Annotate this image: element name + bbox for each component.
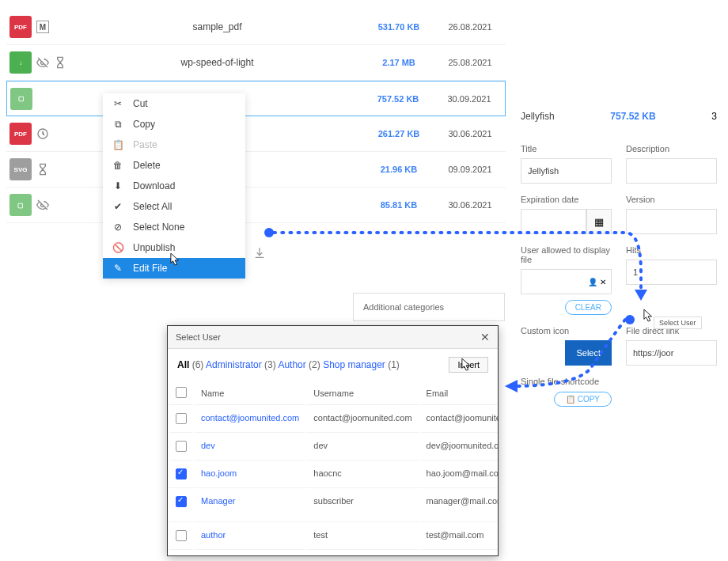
row-checkbox[interactable] <box>176 413 187 424</box>
file-size: 261.27 KB <box>363 129 434 138</box>
col-name: Name <box>195 382 305 405</box>
hits-label: Hits <box>626 245 717 255</box>
select-all-checkbox[interactable] <box>176 387 187 398</box>
file-list-panel: PDF M sample_pdf 531.70 KB 26.08.2021 ↓ … <box>6 9 506 223</box>
select-user-tooltip: Select User <box>654 317 702 329</box>
user-row[interactable]: tristan.hervouet tristan.hervouet trista… <box>169 552 498 555</box>
file-size: 85.81 KB <box>363 200 434 210</box>
user-username: tristan.hervouet <box>307 552 418 555</box>
user-name[interactable]: hao.joom <box>195 462 305 488</box>
hourglass-icon <box>36 163 49 176</box>
unpublish-icon: 🚫 <box>112 242 123 253</box>
user-row[interactable]: author test test@mail.com Author <box>169 524 498 550</box>
ctx-select-none[interactable]: ⊘Select None <box>103 217 245 237</box>
user-remove-icon[interactable]: 👤 ✕ <box>588 278 606 286</box>
file-row[interactable]: SVG le 21.96 KB 09.09.2021 <box>6 152 506 188</box>
user-username: dev <box>307 434 418 461</box>
version-label: Version <box>626 195 717 204</box>
title-input[interactable] <box>521 158 612 184</box>
filter-all[interactable]: All <box>177 359 189 370</box>
file-row[interactable]: ▢ 85.81 KB 30.06.2021 <box>6 188 506 223</box>
file-row[interactable]: PDF 11 261.27 KB 30.06.2021 <box>6 116 506 152</box>
user-name[interactable]: contact@joomunited.com <box>195 407 305 433</box>
ctx-download[interactable]: ⬇Download <box>103 176 245 196</box>
pdf-icon: PDF <box>9 16 32 38</box>
pdf-icon: PDF <box>9 123 32 145</box>
filter-shop-manager[interactable]: Shop manager <box>323 359 385 370</box>
cursor-icon <box>461 358 472 372</box>
row-checkbox[interactable] <box>176 496 187 507</box>
paste-icon: 📋 <box>112 139 123 150</box>
download-icon <box>253 245 266 261</box>
file-name: sample_pdf <box>71 21 363 32</box>
col-username: Username <box>307 382 418 405</box>
cut-icon: ✂ <box>112 98 123 109</box>
file-row[interactable]: ↓ wp-speed-of-light 2.17 MB 25.08.2021 <box>6 45 506 81</box>
hits-input[interactable] <box>626 260 717 285</box>
filter-admin[interactable]: Administrator <box>206 359 262 370</box>
ctx-cut[interactable]: ✂Cut <box>103 93 245 114</box>
row-checkbox[interactable] <box>176 468 187 480</box>
close-icon[interactable]: ✕ <box>480 331 490 343</box>
user-name[interactable]: author <box>195 524 305 550</box>
file-date: 26.08.2021 <box>434 22 506 32</box>
select-all-icon: ✔ <box>112 201 123 212</box>
user-allowed-label: User allowed to display file <box>521 245 612 264</box>
jpg-icon: ▢ <box>9 194 32 216</box>
file-date: 30.06.2021 <box>434 129 506 138</box>
user-name[interactable]: Manager <box>195 490 305 522</box>
user-table: Name Username Email Role contact@joomuni… <box>168 381 498 555</box>
file-name: wp-speed-of-light <box>71 57 363 68</box>
user-email: tristan.hervouet@joomunited.com <box>420 552 498 555</box>
user-row[interactable]: Manager subscriber manager@mail.com Shop… <box>169 490 498 522</box>
direct-link-input[interactable] <box>626 340 717 366</box>
detail-name: Jellyfish <box>521 111 555 122</box>
user-row[interactable]: dev dev dev@joomunited.com Administrator <box>169 434 498 461</box>
ctx-delete[interactable]: 🗑Delete <box>103 155 245 176</box>
clock-icon <box>36 127 49 140</box>
description-input[interactable] <box>626 158 717 184</box>
copy-icon: ⧉ <box>112 119 123 130</box>
additional-categories-input[interactable]: Additional categories <box>353 293 505 321</box>
cursor-icon <box>170 252 181 267</box>
delete-icon: 🗑 <box>112 160 123 171</box>
expiration-input[interactable] <box>521 209 586 234</box>
copy-button[interactable]: 📋 COPY <box>554 392 612 407</box>
calendar-button[interactable]: ▦ <box>586 209 612 234</box>
select-button[interactable]: Select <box>565 340 612 366</box>
user-email: manager@mail.com <box>420 490 498 522</box>
file-row-selected[interactable]: ▢ 757.52 KB 30.09.2021 <box>6 81 506 116</box>
select-none-icon: ⊘ <box>112 222 123 233</box>
ctx-copy[interactable]: ⧉Copy <box>103 114 245 135</box>
row-checkbox[interactable] <box>176 530 187 541</box>
ctx-select-all[interactable]: ✔Select All <box>103 196 245 217</box>
user-name[interactable]: dev <box>195 434 305 461</box>
clear-button[interactable]: CLEAR <box>565 300 612 315</box>
user-row[interactable]: hao.joom haocnc hao.joom@mail.com Author <box>169 462 498 488</box>
file-date: 30.09.2021 <box>434 94 505 104</box>
custom-icon-label: Custom icon <box>521 326 612 335</box>
row-checkbox[interactable] <box>176 441 187 452</box>
user-username: haocnc <box>307 462 418 488</box>
expiration-label: Expiration date <box>521 195 612 204</box>
file-size: 2.17 MB <box>363 58 434 67</box>
m-badge-icon: M <box>36 21 49 33</box>
file-detail-panel: Jellyfish 757.52 KB 3 Title Description … <box>511 101 726 427</box>
file-row[interactable]: PDF M sample_pdf 531.70 KB 26.08.2021 <box>6 9 506 45</box>
file-size: 21.96 KB <box>363 165 434 174</box>
jpg-icon: ▢ <box>10 88 32 110</box>
title-label: Title <box>521 144 612 154</box>
user-email: hao.joom@mail.com <box>420 462 498 488</box>
user-email: contact@joomunited.com <box>420 407 498 433</box>
file-date: 25.08.2021 <box>434 58 506 67</box>
filter-author[interactable]: Author <box>278 359 305 370</box>
user-email: dev@joomunited.com <box>420 434 498 461</box>
calendar-icon: ▦ <box>594 216 604 228</box>
svg-icon: SVG <box>9 158 32 180</box>
user-name[interactable]: tristan.hervouet <box>195 552 305 555</box>
edit-icon: ✎ <box>112 263 123 274</box>
user-row[interactable]: contact@joomunited.com contact@joomunite… <box>169 407 498 433</box>
version-input[interactable] <box>626 209 717 234</box>
file-size: 531.70 KB <box>363 22 434 32</box>
shortcode-label: Single file shortcode <box>521 377 612 386</box>
